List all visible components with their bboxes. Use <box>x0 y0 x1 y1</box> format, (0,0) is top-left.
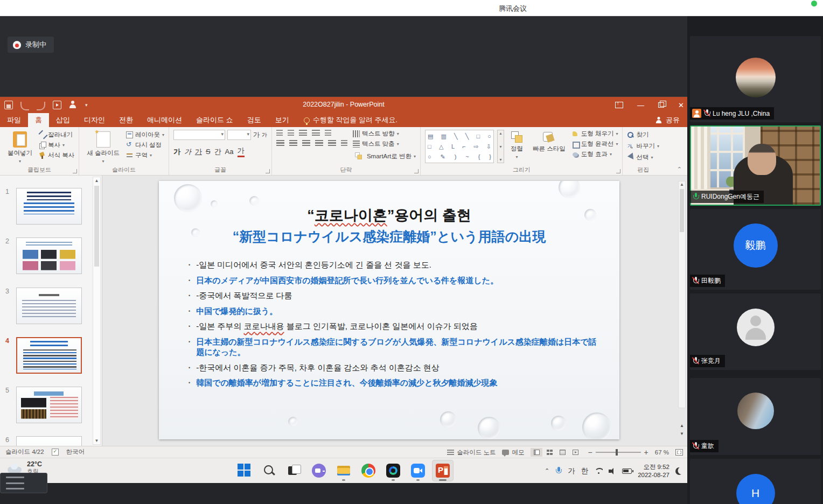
participant-tile-4[interactable]: 张竞月 <box>690 293 821 370</box>
thumbnail-scrollbar[interactable]: ▲ ▼ <box>93 177 101 445</box>
bold-button[interactable]: 가 <box>173 147 180 157</box>
do-not-disturb-moon-icon[interactable] <box>675 467 683 475</box>
collapse-ribbon-chevron[interactable]: ⌃ <box>677 166 682 173</box>
chat-button[interactable] <box>308 460 330 481</box>
ribbon-tab-3[interactable]: 디자인 <box>77 113 112 127</box>
layout-button[interactable]: 레이아웃 ▾ <box>126 131 164 139</box>
slide-thumbnail-1[interactable]: 1 <box>16 188 82 225</box>
comments-toggle[interactable]: 메모 <box>502 449 524 457</box>
font-size-combo[interactable] <box>227 130 251 140</box>
close-button[interactable]: ✕ <box>678 101 684 109</box>
participant-tile-1[interactable]: Lu heng JLU ,China <box>690 36 821 122</box>
slide-thumbnail-5[interactable]: 5 <box>16 387 82 423</box>
arrange-button[interactable]: 정렬 ▾ <box>507 130 526 161</box>
language-indicator[interactable]: 한국어 <box>66 448 85 456</box>
clipboard-dialog-launcher[interactable] <box>73 169 77 173</box>
scrollbar-thumb[interactable] <box>94 186 99 267</box>
zoom-out-button[interactable]: − <box>588 448 592 457</box>
participant-tile-5[interactable]: 童歆 <box>690 378 821 455</box>
ribbon-tab-8[interactable]: 보기 <box>268 113 296 127</box>
zoom-slider-thumb[interactable] <box>616 449 618 456</box>
zoom-in-button[interactable]: + <box>644 448 648 457</box>
ribbon-tab-5[interactable]: 애니메이션 <box>140 113 189 127</box>
font-dialog-launcher[interactable] <box>266 169 270 173</box>
italic-button[interactable]: 가 <box>184 147 191 157</box>
ribbon-tab-1[interactable]: 홈 <box>28 113 49 127</box>
align-text-button[interactable]: 텍스트 맞춤 ▾ <box>353 140 416 148</box>
slide-scrollbar[interactable]: ▲ <box>678 181 686 408</box>
scrollbar-thumb[interactable] <box>680 189 684 232</box>
hidden-icons-chevron[interactable]: ⌃ <box>545 467 549 474</box>
text-direction-button[interactable]: 텍스트 방향 ▾ <box>353 130 416 138</box>
participant-tile-6[interactable]: H <box>690 459 821 504</box>
shape-outline-button[interactable]: 도형 윤곽선 ▾ <box>572 140 618 148</box>
grow-font-button[interactable]: 가 <box>253 130 260 139</box>
change-case-button[interactable]: Aa <box>225 148 234 156</box>
notes-toggle[interactable]: 슬라이드 노트 <box>447 449 496 457</box>
bullets-icon[interactable] <box>276 130 283 136</box>
distribute-icon[interactable] <box>328 140 336 146</box>
tray-microphone-icon[interactable] <box>555 467 562 475</box>
font-color-button[interactable]: 가 <box>238 146 245 157</box>
scroll-up-arrow[interactable]: ▲ <box>679 182 685 187</box>
ribbon-display-options-button[interactable] <box>615 102 623 108</box>
ribbon-tab-2[interactable]: 삽입 <box>49 113 77 127</box>
paragraph-dialog-launcher[interactable] <box>414 169 419 173</box>
align-left-icon[interactable] <box>276 140 284 146</box>
shapes-gallery[interactable]: ▤▥╲╲□○ □△L⌐⇨⇩ ○✎)~{} <box>425 130 494 163</box>
new-slide-button[interactable]: 새 슬라이드 ▾ <box>83 130 123 165</box>
reading-view-button[interactable] <box>556 448 568 457</box>
slide-thumbnail-2[interactable]: 2 <box>16 237 82 274</box>
tell-me-box[interactable]: 수행할 작업을 알려 주세요. <box>296 115 397 125</box>
scroll-down-arrow[interactable]: ▼ <box>94 438 99 443</box>
ribbon-tab-7[interactable]: 검토 <box>240 113 268 127</box>
powerpoint-taskbar-button[interactable] <box>432 460 454 481</box>
find-button[interactable]: 찾기 <box>627 131 659 139</box>
previous-slide-button[interactable]: ▲ <box>680 423 684 428</box>
increase-indent-icon[interactable] <box>312 130 320 136</box>
align-right-icon[interactable] <box>302 140 310 146</box>
align-center-icon[interactable] <box>289 140 297 146</box>
ribbon-tab-4[interactable]: 전환 <box>112 113 140 127</box>
restore-button[interactable] <box>658 102 664 108</box>
paste-button[interactable]: 붙여넣기 ▾ <box>4 130 36 165</box>
drawing-dialog-launcher[interactable] <box>616 169 620 173</box>
cut-button[interactable]: 잘라내기 <box>39 131 74 139</box>
share-button[interactable]: 공유 <box>655 113 680 127</box>
replace-button[interactable]: 바꾸기 ▾ <box>627 142 659 150</box>
reset-button[interactable]: 다시 설정 <box>126 141 164 149</box>
shape-fill-button[interactable]: 도형 채우기 ▾ <box>572 130 618 138</box>
copy-button[interactable]: 복사 ▾ <box>39 141 74 149</box>
ime-key-a[interactable]: 가 <box>568 466 575 476</box>
speaker-icon[interactable] <box>609 468 616 474</box>
slide-thumbnail-6[interactable]: 6 <box>16 436 82 446</box>
next-slide-button[interactable]: ▼ <box>680 431 684 436</box>
file-explorer-button[interactable] <box>333 460 354 481</box>
shrink-font-button[interactable]: 가 <box>262 131 267 139</box>
quick-styles-button[interactable]: 빠른 스타일 <box>529 130 569 155</box>
ribbon-tab-6[interactable]: 슬라이드 쇼 <box>189 113 240 127</box>
shape-effects-button[interactable]: 도형 효과 ▾ <box>572 150 618 158</box>
slide-canvas[interactable]: “코로나이혼”용어의 출현 “新型コロナウイルス感染症離婚”という用語の出現 •… <box>159 181 619 439</box>
fit-to-window-button[interactable] <box>675 449 683 456</box>
participant-tile-2[interactable]: RUIDongGen예동근 <box>690 125 821 206</box>
tencent-meeting-button[interactable] <box>407 460 429 481</box>
battery-icon[interactable] <box>622 468 632 474</box>
decrease-indent-icon[interactable] <box>299 130 307 136</box>
justify-icon[interactable] <box>315 140 323 146</box>
meeting-controls-stub[interactable] <box>0 473 47 493</box>
recording-badge[interactable]: 录制中 <box>8 37 54 53</box>
shapes-gallery-scrollbar[interactable]: ▲▼▼ <box>497 130 504 163</box>
slide-thumbnail-4[interactable]: 4 <box>16 337 82 374</box>
line-spacing-icon[interactable] <box>325 130 331 136</box>
convert-smartart-button[interactable]: SmartArt로 변환 ▾ <box>353 150 416 162</box>
proofing-icon[interactable] <box>52 449 59 456</box>
scroll-up-arrow[interactable]: ▲ <box>94 178 99 183</box>
columns-icon[interactable] <box>341 140 347 146</box>
normal-view-button[interactable] <box>531 448 542 457</box>
webex-button[interactable] <box>382 460 404 481</box>
participant-tile-3[interactable]: 毅鹏田毅鹏 <box>690 209 821 290</box>
section-button[interactable]: 구역 ▾ <box>126 151 164 159</box>
format-painter-button[interactable]: 서식 복사 <box>39 151 74 159</box>
ime-korean-indicator[interactable]: 한 <box>581 466 589 476</box>
